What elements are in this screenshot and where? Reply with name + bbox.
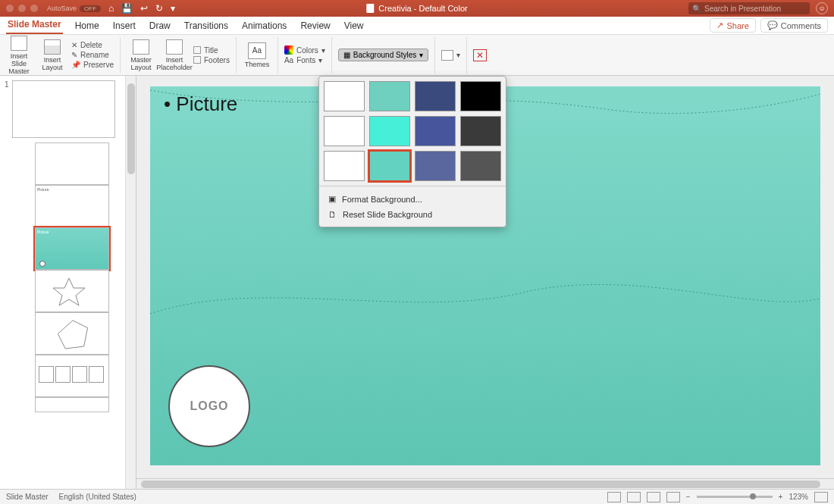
zoom-window-icon[interactable]: [30, 5, 38, 12]
background-swatch[interactable]: [460, 81, 501, 111]
tab-draw[interactable]: Draw: [148, 17, 172, 34]
tab-insert[interactable]: Insert: [111, 17, 137, 34]
background-swatch[interactable]: [415, 81, 456, 111]
share-icon: ↗: [716, 20, 723, 30]
window-controls[interactable]: [6, 5, 38, 12]
master-layout-button[interactable]: Master Layout: [127, 39, 155, 71]
background-swatch[interactable]: [324, 116, 365, 146]
account-icon[interactable]: ☺: [816, 2, 828, 14]
fit-to-window-button[interactable]: [814, 492, 828, 502]
layout-thumbnail[interactable]: [35, 355, 109, 397]
reading-view-button[interactable]: [647, 492, 660, 502]
background-swatch[interactable]: [415, 151, 456, 181]
picture-placeholder-label[interactable]: Picture: [164, 92, 237, 116]
background-swatch[interactable]: [369, 116, 410, 146]
logo-text: LOGO: [190, 399, 228, 413]
rename-label: Rename: [80, 51, 109, 59]
scrollbar-handle[interactable]: [127, 83, 135, 174]
reset-icon: 🗋: [328, 210, 337, 219]
fonts-icon: Aa: [284, 56, 293, 64]
background-swatch[interactable]: [369, 81, 410, 111]
close-window-icon[interactable]: [6, 5, 14, 12]
tab-view[interactable]: View: [343, 17, 365, 34]
rename-icon: ✎: [71, 51, 77, 59]
format-background-item[interactable]: ▣ Format Background...: [324, 191, 501, 207]
status-language[interactable]: English (United States): [59, 493, 136, 501]
colors-dropdown[interactable]: Colors▾: [284, 45, 325, 55]
master-layout-label: Master Layout: [130, 56, 152, 71]
background-swatch[interactable]: [369, 151, 410, 181]
insert-placeholder-button[interactable]: Insert Placeholder: [160, 39, 189, 71]
search-input[interactable]: [704, 5, 806, 13]
autosave-toggle[interactable]: AutoSave OFF: [47, 5, 101, 12]
slideshow-view-button[interactable]: [666, 492, 680, 502]
slide-size-icon: [441, 50, 453, 61]
scrollbar-handle[interactable]: [141, 481, 820, 488]
search-box[interactable]: 🔍: [688, 2, 810, 14]
comments-label: Comments: [781, 21, 821, 30]
rename-button[interactable]: ✎Rename: [71, 51, 114, 59]
tab-animations[interactable]: Animations: [240, 17, 288, 34]
undo-icon[interactable]: ↩: [140, 3, 148, 14]
background-swatch[interactable]: [324, 151, 365, 181]
tab-home[interactable]: Home: [74, 17, 101, 34]
themes-button[interactable]: AaThemes: [243, 42, 271, 68]
background-swatch[interactable]: [415, 116, 456, 146]
tab-review[interactable]: Review: [299, 17, 331, 34]
zoom-slider[interactable]: [697, 496, 773, 498]
document-icon: [366, 4, 374, 13]
background-swatch[interactable]: [460, 116, 501, 146]
thumbnails-scrollbar[interactable]: [125, 76, 136, 489]
minimize-window-icon[interactable]: [18, 5, 26, 12]
background-styles-icon: ▦: [343, 51, 350, 59]
delete-icon: ✕: [71, 41, 77, 49]
ribbon-tabs: Slide Master Home Insert Draw Transition…: [0, 17, 834, 35]
background-styles-dropdown[interactable]: ▦ Background Styles ▾: [338, 49, 428, 61]
footers-checkbox[interactable]: Footers: [193, 56, 230, 64]
insert-slide-master-label: Insert Slide Master: [5, 52, 33, 75]
chevron-down-icon: ▾: [456, 51, 460, 59]
home-icon[interactable]: ⌂: [108, 3, 114, 14]
insert-layout-button[interactable]: Insert Layout: [38, 39, 67, 71]
redo-icon[interactable]: ↻: [155, 3, 163, 14]
layout-thumbnail[interactable]: [35, 270, 109, 312]
master-thumbnail[interactable]: [12, 80, 115, 138]
preserve-icon: 📌: [71, 61, 80, 69]
delete-label: Delete: [80, 41, 102, 49]
save-icon[interactable]: 💾: [121, 3, 133, 14]
insert-slide-master-button[interactable]: Insert Slide Master: [5, 36, 33, 75]
chevron-down-icon: ▾: [321, 46, 325, 55]
delete-button[interactable]: ✕Delete: [71, 41, 114, 49]
tab-slide-master[interactable]: Slide Master: [6, 16, 63, 34]
tab-transitions[interactable]: Transitions: [183, 17, 230, 34]
autosave-state: OFF: [80, 5, 101, 12]
share-button[interactable]: ↗Share: [710, 18, 755, 33]
layout-thumbnail-selected[interactable]: Picture: [35, 227, 109, 270]
preserve-button[interactable]: 📌Preserve: [71, 61, 114, 69]
comments-button[interactable]: 💬Comments: [760, 18, 828, 33]
qat-overflow-icon[interactable]: ▾: [171, 3, 175, 14]
background-swatch[interactable]: [460, 151, 501, 181]
zoom-in-button[interactable]: +: [779, 493, 783, 501]
reset-background-item[interactable]: 🗋 Reset Slide Background: [324, 207, 501, 222]
reset-background-label: Reset Slide Background: [343, 210, 432, 219]
layout-thumbnail[interactable]: [35, 312, 109, 355]
fonts-dropdown[interactable]: AaFonts▾: [284, 56, 325, 64]
zoom-slider-knob[interactable]: [750, 493, 756, 499]
zoom-out-button[interactable]: −: [686, 493, 691, 501]
status-mode: Slide Master: [6, 493, 49, 501]
logo-placeholder[interactable]: LOGO: [168, 365, 250, 447]
layout-thumbnail[interactable]: [35, 397, 109, 412]
checkbox-icon: [193, 56, 201, 64]
insert-layout-label: Insert Layout: [42, 56, 62, 71]
title-checkbox[interactable]: Title: [193, 46, 230, 55]
background-swatch[interactable]: [324, 81, 365, 111]
slide-sorter-view-button[interactable]: [627, 492, 641, 502]
layout-thumbnail[interactable]: Picture: [35, 185, 109, 227]
hide-background-graphics-button[interactable]: ▾: [441, 50, 460, 61]
horizontal-scrollbar[interactable]: [136, 478, 834, 489]
zoom-level[interactable]: 123%: [789, 493, 808, 501]
layout-thumbnail[interactable]: [35, 142, 109, 185]
close-master-view-button[interactable]: ✕: [473, 49, 487, 61]
normal-view-button[interactable]: [607, 492, 621, 502]
